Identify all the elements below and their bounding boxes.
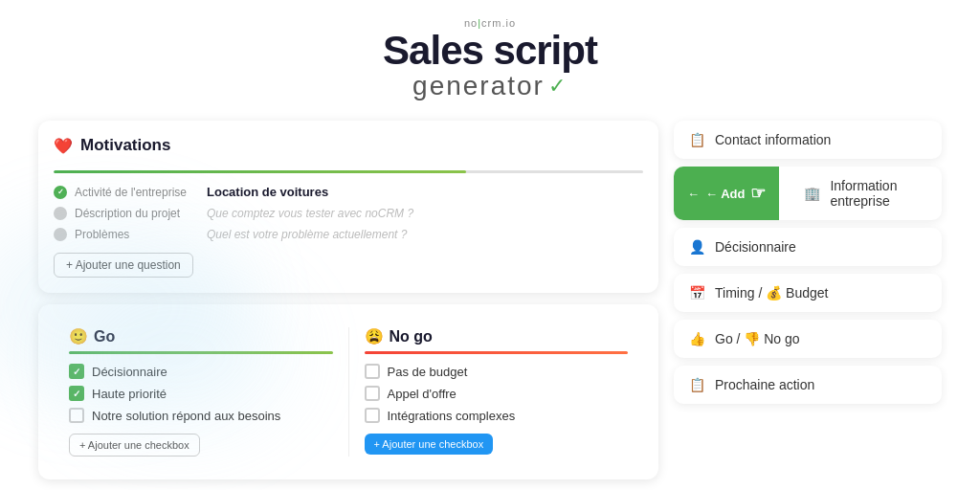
field-label-description: Déscription du projet: [75, 207, 199, 220]
field-placeholder-description: Que comptez vous tester avec noCRM ?: [207, 207, 413, 220]
nogo-progress-bar: [365, 351, 629, 354]
decisionnaire-emoji: 👤: [689, 239, 705, 255]
go-title: Go: [94, 328, 115, 345]
go-item-label-1: Haute priorité: [92, 387, 167, 401]
nogo-item-2: Intégrations complexes: [365, 408, 629, 423]
nogo-item-label-0: Pas de budget: [388, 365, 468, 379]
field-dot-gray-1: [54, 207, 67, 220]
add-go-checkbox-button[interactable]: + Ajouter une checkbox: [69, 434, 200, 457]
go-item-2: Notre solution répond aux besoins: [69, 408, 333, 423]
arrow-left-icon: ←: [687, 187, 700, 201]
go-checkbox-0[interactable]: [69, 364, 84, 379]
nogo-item-0: Pas de budget: [365, 364, 629, 379]
nogo-item-label-2: Intégrations complexes: [388, 409, 516, 423]
nogo-emoji: 😩: [365, 327, 384, 345]
nogo-checkbox-1[interactable]: [365, 386, 380, 401]
add-green-button[interactable]: ← ← Add ☞: [674, 167, 779, 220]
go-section: 🙂 Go Décisionnaire Haute priorité: [69, 327, 349, 457]
go-item-label-0: Décisionnaire: [92, 365, 167, 379]
go-checkbox-2[interactable]: [69, 408, 84, 423]
go-emoji: 🙂: [69, 327, 88, 345]
nogo-checkbox-0[interactable]: [365, 364, 380, 379]
right-card-info-entreprise: ← ← Add ☞ 🏢 Information entreprise: [674, 167, 942, 220]
nogo-section: 😩 No go Pas de budget Appel d'offre: [349, 327, 629, 457]
go-nogo-right-label: Go / 👎 No go: [715, 331, 800, 346]
motivations-progress-fill: [54, 170, 466, 173]
go-item-1: Haute priorité: [69, 386, 333, 401]
motivations-card: ❤️ Motivations Activité de l'entreprise …: [38, 121, 658, 293]
prochaine-label: Prochaine action: [715, 377, 814, 392]
field-label-activite: Activité de l'entreprise: [75, 186, 199, 199]
timing-emoji: 📅: [689, 285, 705, 301]
info-entreprise-label: Information entreprise: [830, 178, 926, 209]
motivations-title: Motivations: [80, 136, 170, 155]
field-row-description: Déscription du projet Que comptez vous t…: [54, 207, 643, 220]
decisionnaire-label: Décisionnaire: [715, 239, 796, 255]
app-header: no|crm.io Sales script generator ✓: [0, 0, 980, 113]
right-card-decisionnaire[interactable]: 👤 Décisionnaire: [674, 228, 942, 266]
go-checkbox-1[interactable]: [69, 386, 84, 401]
field-label-problemes: Problèmes: [75, 228, 199, 241]
field-row-activite: Activité de l'entreprise Location de voi…: [54, 185, 643, 199]
right-card-prochaine[interactable]: 📋 Prochaine action: [674, 366, 942, 404]
timing-label: Timing / 💰 Budget: [715, 285, 828, 301]
add-question-button[interactable]: + Ajouter une question: [54, 253, 193, 278]
cursor-icon: ☞: [750, 183, 766, 204]
nogo-checkbox-2[interactable]: [365, 408, 380, 423]
contact-label: Contact information: [715, 132, 831, 147]
add-label: ← Add: [705, 187, 745, 201]
info-entreprise-emoji: 🏢: [804, 186, 820, 201]
go-progress-bar: [69, 351, 333, 354]
right-card-go-nogo[interactable]: 👍 Go / 👎 No go: [674, 320, 942, 358]
field-value-activite: Location de voitures: [207, 185, 328, 199]
go-nogo-right-emoji: 👍: [689, 331, 705, 346]
nogo-title: No go: [390, 328, 433, 345]
info-entreprise-content[interactable]: 🏢 Information entreprise: [789, 167, 942, 220]
left-panel: ❤️ Motivations Activité de l'entreprise …: [38, 121, 658, 479]
go-nogo-card: 🙂 Go Décisionnaire Haute priorité: [38, 304, 658, 479]
app-title-sales: Sales script: [0, 31, 980, 71]
right-card-contact[interactable]: 📋 Contact information: [674, 121, 942, 159]
contact-emoji: 📋: [689, 132, 705, 147]
field-dot-gray-2: [54, 228, 67, 241]
right-panel: 📋 Contact information ← ← Add ☞ 🏢 Inform…: [674, 121, 942, 479]
motivations-emoji: ❤️: [54, 137, 73, 155]
nogo-item-label-1: Appel d'offre: [388, 387, 457, 401]
field-dot-green: [54, 186, 67, 199]
app-title-generator: generator ✓: [0, 71, 980, 101]
field-placeholder-problemes: Quel est votre problème actuellement ?: [207, 228, 407, 241]
nogo-item-1: Appel d'offre: [365, 386, 629, 401]
right-card-timing[interactable]: 📅 Timing / 💰 Budget: [674, 274, 942, 312]
add-nogo-checkbox-button[interactable]: + Ajouter une checkbox: [365, 434, 494, 455]
field-row-problemes: Problèmes Quel est votre problème actuel…: [54, 228, 643, 241]
go-item-label-2: Notre solution répond aux besoins: [92, 409, 280, 423]
go-item-0: Décisionnaire: [69, 364, 333, 379]
checkmark-icon: ✓: [548, 74, 568, 99]
prochaine-emoji: 📋: [689, 377, 705, 392]
motivations-progress-bar: [54, 170, 643, 173]
